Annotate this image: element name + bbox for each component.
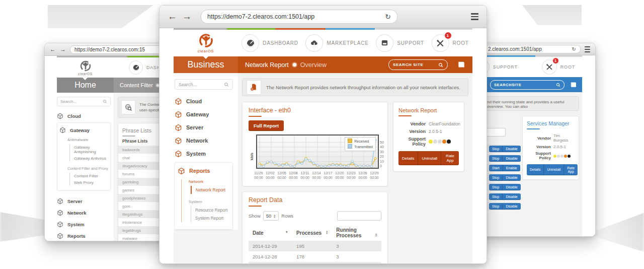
forward-button[interactable]: →	[182, 11, 192, 22]
details-button[interactable]: Details	[398, 151, 418, 165]
sidebar-item-reports[interactable]: Reports	[57, 230, 111, 241]
cube-icon	[57, 233, 63, 239]
service-disable-button[interactable]: Disable	[502, 174, 520, 181]
uninstall-button[interactable]: Uninstall	[418, 151, 441, 165]
home-title: Home	[57, 78, 114, 93]
sidebar-item-server[interactable]: Server	[175, 121, 233, 134]
throughput-chart: kb/s Received Transmitted 01020304050 11…	[256, 134, 377, 181]
network-report-app-panel: Network Report Vendor ClearFoundation Ve…	[393, 102, 464, 172]
tree-link-content-filter[interactable]: Content Filter	[69, 173, 108, 179]
breadcrumb-app[interactable]: Network Report	[245, 61, 289, 69]
select-arrows-icon: ▲▼	[273, 214, 276, 218]
column-header-processes[interactable]: Processes▲▼	[292, 225, 332, 241]
service-disable-button[interactable]: Disable	[502, 155, 520, 162]
sidebar-item-network[interactable]: Network	[175, 134, 233, 147]
tree-link-network-report[interactable]: Network Report	[191, 186, 230, 194]
cube-icon	[59, 127, 66, 133]
sidebar-item-gateway[interactable]: Gateway	[59, 125, 108, 134]
back-button[interactable]: ←	[168, 11, 177, 22]
report-data-table: Date▼ Processes▲▼ Running Processes▲▼ 20…	[249, 225, 381, 264]
table-row: 2014-12-291953	[249, 241, 381, 251]
dashboard-gauge-icon	[242, 34, 259, 52]
tree-link-gateway-antiphishing[interactable]: Gateway Antiphishing	[69, 144, 108, 155]
uninstall-button[interactable]: Uninstall	[543, 164, 564, 175]
tree-group-content-filter-proxy[interactable]: Content Filter and Proxy	[67, 166, 108, 171]
clearos-logo[interactable]: clearOS	[174, 30, 238, 56]
nav-root[interactable]: 1 ROOT	[432, 34, 469, 52]
url-bar[interactable]: https://demo7-2.clearos.com:1501/app ↻	[201, 10, 397, 24]
column-header-date[interactable]: Date▼	[249, 225, 292, 241]
nav-support[interactable]: SUPPORT	[376, 34, 424, 52]
column-header-running-processes[interactable]: Running Processes▲▼	[332, 225, 381, 241]
service-stop-button[interactable]: Stop	[489, 174, 502, 181]
nav-marketplace[interactable]: MARKETPLACE	[305, 34, 368, 52]
service-stop-button[interactable]: Stop	[489, 203, 502, 210]
cube-icon	[175, 137, 182, 145]
tree-link-system-report[interactable]: System Report	[191, 214, 230, 222]
user-guide-icon[interactable]	[457, 61, 465, 69]
forward-button[interactable]: →	[60, 46, 66, 53]
support-policy-dots	[429, 139, 451, 145]
cube-icon	[57, 221, 63, 228]
details-button[interactable]: Details	[527, 164, 543, 175]
tree-group-system[interactable]: System	[189, 199, 230, 204]
sidebar-search-input[interactable]: Search...	[57, 97, 111, 106]
user-guide-icon[interactable]	[570, 82, 577, 88]
nav-root[interactable]: 1 ROOT	[542, 59, 575, 75]
sidebar-item-cloud[interactable]: Cloud	[57, 110, 111, 121]
service-buttons: Stop Disable	[489, 174, 521, 181]
sidebar-search-input[interactable]: Search...	[175, 79, 233, 90]
service-stop-button[interactable]: Stop	[489, 155, 502, 162]
sidebar-item-gateway[interactable]: Gateway	[175, 108, 233, 121]
background-shape-top-left	[48, 5, 153, 28]
reload-icon[interactable]: ↻	[385, 13, 391, 21]
service-start-button[interactable]: Start	[489, 165, 503, 171]
sidebar-item-system[interactable]: System	[175, 147, 233, 160]
sort-desc-icon: ▼	[285, 230, 288, 234]
tree-link-web-proxy[interactable]: Web Proxy	[69, 179, 108, 186]
version-value: 2.0.5-1	[553, 145, 566, 149]
active-tab-notch	[83, 78, 88, 80]
tree-link-resource-report[interactable]: Resource Report	[191, 206, 230, 214]
sidebar-item-system[interactable]: System	[57, 219, 111, 230]
sidebar-item-network[interactable]: Network	[57, 207, 111, 219]
browser-menu-icon[interactable]	[585, 46, 590, 52]
service-enable-button[interactable]: Enable	[503, 165, 520, 171]
sidebar-item-server[interactable]: Server	[57, 195, 111, 207]
site-search-input[interactable]: SEARCH SITE	[388, 59, 448, 70]
dashboard-gauge-icon	[129, 60, 143, 75]
vendor-value: Tim Burgess	[553, 133, 575, 143]
rows-select[interactable]: 50 ▲▼	[263, 211, 279, 221]
sidebar-item-cloud[interactable]: Cloud	[175, 95, 233, 108]
browser-menu-icon[interactable]	[471, 13, 478, 21]
notification-badge: 1	[445, 32, 451, 39]
full-report-button[interactable]: Full Report	[249, 120, 284, 131]
tree-group-network[interactable]: Network	[189, 179, 230, 184]
service-disable-button[interactable]: Disable	[502, 184, 520, 190]
rate-app-button[interactable]: Rate App	[441, 151, 459, 165]
panel-title: Report Data	[249, 196, 381, 204]
site-search-input[interactable]: SEARCHSITE	[490, 80, 565, 90]
service-stop-button[interactable]: Stop	[489, 184, 502, 190]
service-stop-button[interactable]: Stop	[489, 193, 502, 200]
service-buttons: Stop Disable	[489, 184, 521, 190]
back-button[interactable]: ←	[50, 46, 56, 53]
breadcrumb-app[interactable]: Content Filter	[120, 82, 153, 88]
clearos-logo[interactable]: clearOS	[57, 57, 114, 78]
rate-app-button[interactable]: Rate App	[564, 164, 578, 175]
tree-link-gateway-antivirus[interactable]: Gateway Antivirus	[69, 155, 108, 162]
support-policy-dots	[553, 153, 571, 159]
table-filter-input[interactable]	[337, 211, 381, 221]
chart-legend: Received Transmitted	[345, 137, 376, 151]
service-disable-button[interactable]: Disable	[502, 146, 520, 152]
sidebar-item-reports[interactable]: Reports	[178, 166, 230, 176]
table-row: 2014-12-271823	[249, 262, 381, 264]
service-disable-button[interactable]: Disable	[502, 193, 520, 200]
nav-dashboard[interactable]: DASHBOARD	[242, 34, 298, 52]
search-icon	[224, 82, 229, 87]
reload-icon[interactable]: ↻	[572, 46, 576, 52]
service-disable-button[interactable]: Disable	[502, 203, 520, 210]
tree-group-antimalware[interactable]: Antimalware	[67, 138, 108, 142]
url-bar[interactable]: 2.clearos.com:1501/app ↻	[473, 45, 581, 53]
service-stop-button[interactable]: Stop	[489, 146, 502, 152]
